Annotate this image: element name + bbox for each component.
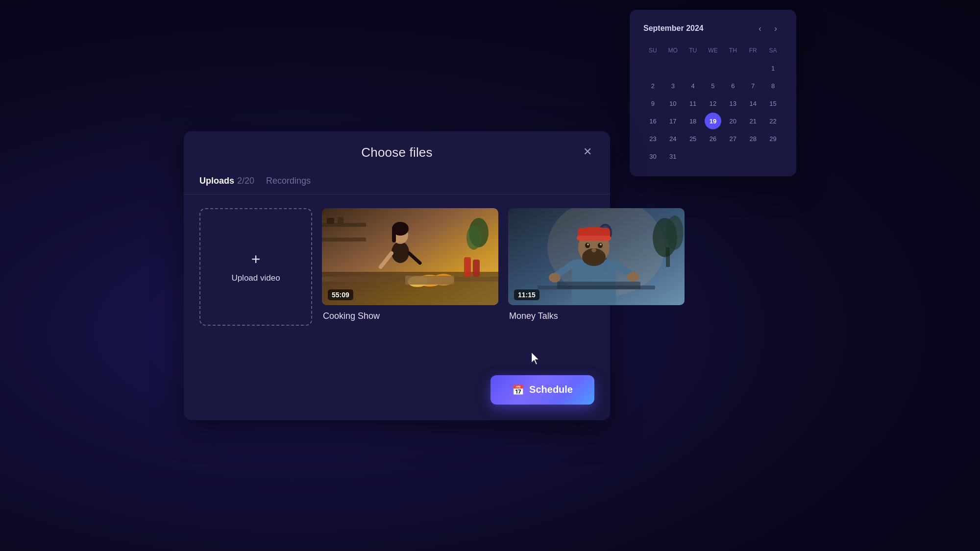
svg-rect-12 <box>392 229 396 242</box>
choose-files-modal: Choose files ✕ Uploads2/20 Recordings + … <box>184 131 610 420</box>
modal-tabs: Uploads2/20 Recordings <box>184 170 610 194</box>
cal-day-4[interactable]: 4 <box>685 77 701 94</box>
upload-video-box[interactable]: + Upload video <box>199 208 312 326</box>
video-duration-cooking: 55:09 <box>328 289 353 300</box>
cal-day-empty <box>725 148 741 165</box>
calendar-nav-group: ‹ › <box>753 22 783 35</box>
cal-day-5[interactable]: 5 <box>705 77 721 94</box>
svg-rect-16 <box>322 238 366 241</box>
cal-day-9[interactable]: 9 <box>644 95 661 112</box>
modal-title: Choose files <box>361 145 432 160</box>
cal-day-2[interactable]: 2 <box>644 77 661 94</box>
svg-rect-7 <box>464 257 471 277</box>
svg-rect-36 <box>577 236 611 240</box>
dow-sa: SA <box>763 45 783 59</box>
svg-point-39 <box>587 243 589 245</box>
cal-day-empty <box>725 60 741 76</box>
cal-day-25[interactable]: 25 <box>685 130 701 147</box>
video-card-money[interactable]: 11:15 Money Talks <box>508 208 685 321</box>
cal-day-14[interactable]: 14 <box>745 95 761 112</box>
dow-su: SU <box>643 45 662 59</box>
modal-content: + Upload video <box>184 194 610 341</box>
calendar-header: September 2024 ‹ › <box>643 22 783 35</box>
modal-header: Choose files ✕ <box>184 131 610 170</box>
cal-day-20[interactable]: 20 <box>725 113 741 129</box>
dow-th: TH <box>723 45 742 59</box>
calendar-next-button[interactable]: › <box>769 22 783 35</box>
close-button[interactable]: ✕ <box>579 143 596 161</box>
svg-rect-8 <box>473 260 480 277</box>
video-duration-money: 11:15 <box>514 289 539 300</box>
dow-we: WE <box>704 45 723 59</box>
dow-fr: FR <box>743 45 762 59</box>
dow-mo: MO <box>663 45 683 59</box>
tab-uploads[interactable]: Uploads2/20 <box>199 176 254 186</box>
svg-point-41 <box>591 248 596 252</box>
svg-rect-25 <box>666 247 670 267</box>
close-icon: ✕ <box>583 145 592 158</box>
video-thumbnail-cooking: 55:09 <box>322 208 498 305</box>
schedule-label: Schedule <box>529 384 573 395</box>
dow-tu: TU <box>684 45 703 59</box>
calendar-widget: September 2024 ‹ › SU MO TU WE TH FR SA … <box>630 10 796 176</box>
cal-day-15[interactable]: 15 <box>765 95 782 112</box>
svg-point-40 <box>600 243 602 245</box>
cal-day-empty <box>685 60 701 76</box>
video-title-money: Money Talks <box>508 311 685 321</box>
cal-day-17[interactable]: 17 <box>664 113 681 129</box>
cal-day-21[interactable]: 21 <box>745 113 761 129</box>
svg-point-44 <box>549 273 561 283</box>
cal-day-11[interactable]: 11 <box>685 95 701 112</box>
page-wrapper: Choose files ✕ Uploads2/20 Recordings + … <box>0 0 980 551</box>
svg-rect-18 <box>338 217 343 224</box>
cal-day-27[interactable]: 27 <box>725 130 741 147</box>
video-card-cooking[interactable]: 55:09 Cooking Show <box>322 208 498 321</box>
calendar-icon: 📅 <box>512 384 524 396</box>
calendar-prev-button[interactable]: ‹ <box>753 22 767 35</box>
upload-label: Upload video <box>231 273 280 283</box>
cal-day-28[interactable]: 28 <box>745 130 761 147</box>
cal-day-3[interactable]: 3 <box>664 77 681 94</box>
tab-recordings[interactable]: Recordings <box>266 176 311 186</box>
cal-day-empty <box>685 148 701 165</box>
cal-day-30[interactable]: 30 <box>644 148 661 165</box>
cal-day-8[interactable]: 8 <box>765 77 782 94</box>
cal-day-empty <box>705 148 721 165</box>
cal-day-empty <box>664 60 681 76</box>
svg-rect-6 <box>405 276 454 285</box>
cal-day-16[interactable]: 16 <box>644 113 661 129</box>
upload-plus-icon: + <box>251 250 261 268</box>
svg-point-37 <box>585 242 590 248</box>
cal-day-7[interactable]: 7 <box>745 77 761 94</box>
cal-day-29[interactable]: 29 <box>765 130 782 147</box>
cal-day-empty <box>644 60 661 76</box>
cal-day-10[interactable]: 10 <box>664 95 681 112</box>
cal-day-13[interactable]: 13 <box>725 95 741 112</box>
svg-point-20 <box>466 225 481 250</box>
cal-day-empty <box>765 148 782 165</box>
cal-day-19[interactable]: 19 <box>705 113 721 129</box>
svg-point-24 <box>666 216 684 250</box>
cal-day-empty <box>705 60 721 76</box>
video-thumbnail-money: 11:15 <box>508 208 685 305</box>
cal-day-24[interactable]: 24 <box>664 130 681 147</box>
cal-day-31[interactable]: 31 <box>664 148 681 165</box>
cal-day-18[interactable]: 18 <box>685 113 701 129</box>
svg-point-9 <box>392 241 409 263</box>
svg-point-45 <box>627 272 639 282</box>
cal-day-empty <box>745 60 761 76</box>
cal-day-26[interactable]: 26 <box>705 130 721 147</box>
svg-point-38 <box>598 242 603 248</box>
svg-rect-17 <box>327 218 334 224</box>
cal-day-6[interactable]: 6 <box>725 77 741 94</box>
cal-day-22[interactable]: 22 <box>765 113 782 129</box>
cal-day-1[interactable]: 1 <box>765 60 782 76</box>
calendar-month-year: September 2024 <box>643 24 704 33</box>
svg-rect-47 <box>557 282 640 289</box>
video-title-cooking: Cooking Show <box>322 311 498 321</box>
cal-day-empty <box>745 148 761 165</box>
schedule-button[interactable]: 📅 Schedule <box>490 375 594 405</box>
cal-day-23[interactable]: 23 <box>644 130 661 147</box>
cal-day-12[interactable]: 12 <box>705 95 721 112</box>
calendar-grid: SU MO TU WE TH FR SA 1 2 3 4 5 6 7 8 9 <box>643 45 783 165</box>
